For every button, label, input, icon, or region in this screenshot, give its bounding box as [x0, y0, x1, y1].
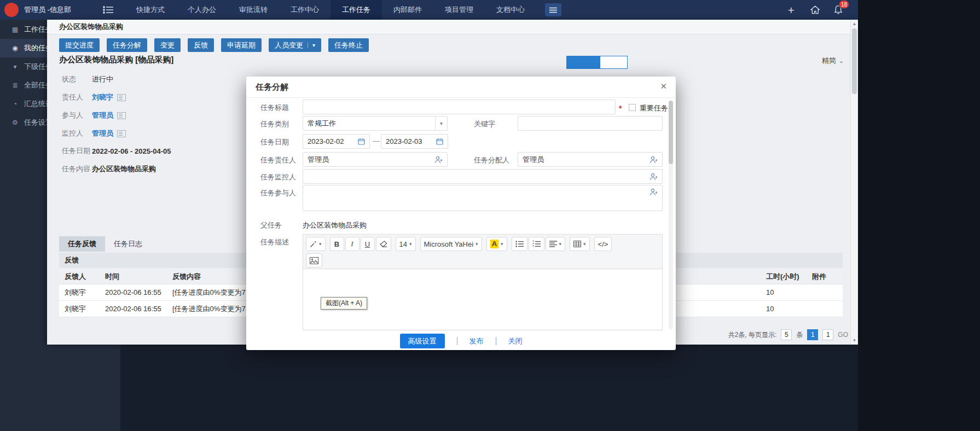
unordered-list-button[interactable] — [512, 237, 527, 251]
footer-divider — [457, 337, 457, 345]
task-split-button[interactable]: 任务分解 — [107, 38, 147, 52]
category-select[interactable]: 常规工作 ▾ — [303, 116, 448, 131]
grid-icon: ▦ — [11, 26, 19, 33]
goto-page-input[interactable]: 1 — [822, 329, 833, 340]
description-label: 任务描述 — [260, 237, 289, 247]
keyword-input[interactable] — [518, 116, 663, 131]
nav-item-shortcuts[interactable]: 快捷方式 — [125, 0, 176, 20]
end-date-input[interactable]: 2023-02-03 — [381, 134, 448, 149]
italic-button[interactable]: I — [345, 237, 359, 251]
close-icon[interactable]: ✕ — [660, 82, 667, 90]
add-person-icon[interactable] — [650, 156, 658, 164]
monitor-link[interactable]: 管理员 — [92, 129, 113, 138]
page-number-button[interactable]: 1 — [807, 329, 818, 340]
editor-content-area[interactable]: 截图(Alt + A) — [303, 269, 663, 330]
close-button[interactable]: 关闭 — [508, 336, 523, 346]
task-title-input[interactable] — [303, 100, 616, 114]
contact-card-icon[interactable] — [117, 130, 126, 137]
nav-item-internal-mail[interactable]: 内部邮件 — [382, 0, 433, 20]
table-button[interactable]: ▾ — [570, 237, 590, 251]
monitor-input[interactable] — [303, 169, 663, 184]
publish-button[interactable]: 发布 — [469, 336, 484, 346]
calendar-icon[interactable] — [358, 138, 365, 145]
scroll-up-icon[interactable]: ▲ — [851, 21, 858, 26]
assigner-input[interactable]: 管理员 — [518, 152, 663, 167]
category-label: 任务类别 — [260, 119, 289, 129]
bold-button[interactable]: B — [330, 237, 344, 251]
style-button[interactable]: ▾ — [306, 237, 326, 251]
bullseye-icon: ◉ — [11, 44, 19, 52]
insert-picture-button[interactable] — [306, 253, 322, 267]
home-icon[interactable] — [810, 5, 820, 14]
submit-progress-button[interactable]: 提交进度 — [59, 38, 100, 52]
scrollbar-thumb[interactable] — [852, 28, 857, 94]
detail-row-owner: 责任人 刘晓宇 — [62, 92, 126, 102]
ordered-list-button[interactable] — [529, 237, 544, 251]
tab-task-log[interactable]: 任务日志 — [105, 236, 151, 252]
compact-view-toggle[interactable]: 精简 ⌄ — [822, 56, 844, 66]
clear-format-button[interactable] — [376, 237, 391, 251]
nav-item-project-management[interactable]: 项目管理 — [433, 0, 485, 20]
contact-card-icon[interactable] — [117, 94, 126, 101]
font-name-button[interactable]: Microsoft YaHei ▾ — [420, 237, 482, 251]
owner-link[interactable]: 刘晓宇 — [92, 92, 113, 102]
page-size-select[interactable]: 5 — [781, 329, 792, 340]
pagination-summary: 共2条, 每页显示: — [728, 330, 777, 340]
calendar-icon[interactable] — [436, 138, 443, 145]
owner-input[interactable]: 管理员 — [303, 152, 448, 167]
progress-bar — [566, 56, 628, 69]
editor-toolbar: ▾ B I U 14 ▾ Microsoft YaHei ▾ A — [303, 234, 663, 269]
nav-item-document-center[interactable]: 文档中心 — [485, 0, 536, 20]
feedback-button[interactable]: 反馈 — [188, 38, 214, 52]
terminate-task-button[interactable]: 任务终止 — [328, 38, 369, 52]
status-value: 进行中 — [92, 74, 113, 84]
app-logo-icon[interactable] — [4, 3, 19, 17]
scrollbar-thumb[interactable] — [669, 101, 673, 164]
add-person-icon[interactable] — [650, 173, 658, 180]
footer-divider — [496, 337, 496, 345]
notification-badge: 18 — [839, 0, 849, 9]
more-menu-button[interactable] — [545, 3, 561, 16]
keyword-label: 关键字 — [474, 119, 495, 129]
assigner-label: 任务分配人 — [474, 155, 509, 165]
start-date-input[interactable]: 2023-02-02 — [303, 134, 370, 149]
tab-task-feedback[interactable]: 任务反馈 — [59, 236, 105, 252]
add-person-icon[interactable] — [434, 156, 443, 164]
add-person-icon[interactable] — [650, 188, 658, 196]
paragraph-align-button[interactable]: ▾ — [546, 237, 566, 251]
go-button[interactable]: GO — [838, 331, 848, 339]
modal-footer: 高级设置 发布 关闭 — [246, 334, 676, 348]
contact-card-icon[interactable] — [117, 112, 126, 119]
date-range-dash: — — [373, 137, 380, 145]
nav-item-work-center[interactable]: 工作中心 — [279, 0, 330, 20]
add-icon[interactable]: ＋ — [786, 0, 796, 20]
list-icon: ≣ — [11, 81, 19, 89]
caret-down-icon: ▾ — [501, 241, 503, 247]
personnel-change-button[interactable]: 人员变更 ▾ — [269, 38, 321, 52]
pagination-unit: 条 — [796, 330, 803, 340]
detail-row-monitor: 监控人 管理员 — [62, 129, 126, 138]
nav-item-approval-flow[interactable]: 审批流转 — [228, 0, 279, 20]
task-action-toolbar: 提交进度 任务分解 变更 反馈 申请延期 人员变更 ▾ 任务终止 — [59, 38, 369, 52]
request-extension-button[interactable]: 申请延期 — [221, 38, 262, 52]
participant-input[interactable] — [303, 185, 663, 211]
underline-button[interactable]: U — [361, 237, 375, 251]
advanced-settings-button[interactable]: 高级设置 — [400, 334, 445, 348]
participant-link[interactable]: 管理员 — [92, 110, 113, 120]
font-size-button[interactable]: 14 ▾ — [396, 237, 416, 251]
scroll-down-icon[interactable]: ▼ — [851, 338, 858, 343]
change-button[interactable]: 变更 — [154, 38, 181, 52]
important-task-checkbox[interactable] — [629, 104, 636, 111]
font-color-button[interactable]: A ▾ — [486, 237, 507, 251]
codeview-button[interactable]: </> — [594, 237, 612, 251]
caret-down-icon: ▾ — [559, 241, 562, 247]
modal-scrollbar[interactable] — [669, 101, 673, 329]
nav-item-personal-office[interactable]: 个人办公 — [176, 0, 228, 20]
task-dates-value: 2022-02-06 - 2025-04-05 — [92, 147, 171, 155]
notifications-bell-icon[interactable]: 18 — [834, 5, 843, 15]
menu-toggle-icon[interactable] — [103, 6, 114, 14]
nav-item-work-tasks[interactable]: 工作任务 — [330, 0, 382, 20]
panel-scrollbar[interactable]: ▲ ▼ — [850, 20, 858, 345]
user-label: 管理员 -信息部 — [24, 5, 71, 15]
detail-row-content: 任务内容 办公区装饰物品采购 — [62, 164, 156, 174]
